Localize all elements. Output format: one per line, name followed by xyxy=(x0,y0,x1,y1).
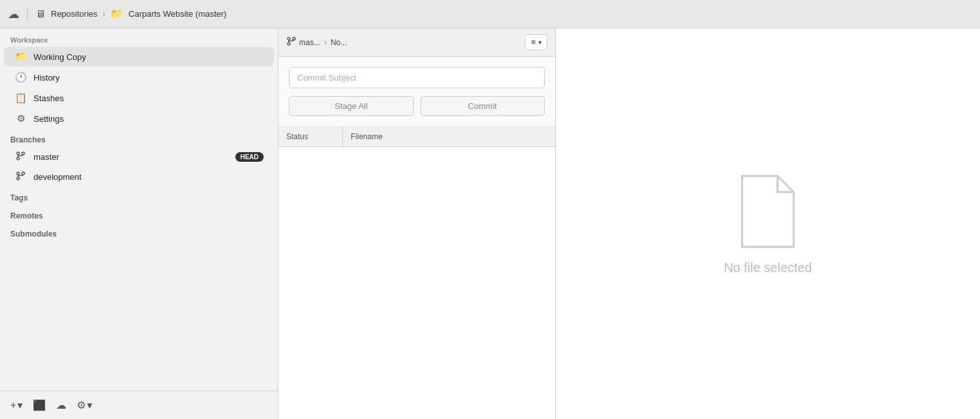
sidebar-working-copy-label: Working Copy xyxy=(34,52,86,62)
svg-point-3 xyxy=(17,172,19,175)
middle-panel: mas... › No... ≡ ▾ Stage All Commit St xyxy=(279,28,556,419)
commit-actions: Stage All Commit xyxy=(289,96,545,116)
project-folder-icon: 📁 xyxy=(110,8,123,20)
sidebar-history-label: History xyxy=(34,73,59,83)
svg-point-8 xyxy=(293,37,295,40)
titlebar-divider xyxy=(27,8,28,21)
branch-toolbar-icon xyxy=(286,36,297,48)
sidebar-item-history[interactable]: 🕐 History xyxy=(4,68,274,87)
gear-footer-icon: ⚙ xyxy=(77,399,86,411)
breadcrumb-chevron: › xyxy=(103,10,105,19)
add-dropdown-icon: ▾ xyxy=(17,399,23,411)
svg-point-5 xyxy=(22,172,24,175)
branch-name-label: mas... xyxy=(299,38,320,47)
branch-development-label: development xyxy=(34,172,81,182)
commit-form: Stage All Commit xyxy=(279,57,555,127)
svg-point-4 xyxy=(17,177,19,180)
sidebar-branch-development[interactable]: development xyxy=(4,168,274,186)
folder-icon: 📁 xyxy=(14,51,27,63)
plus-icon: + xyxy=(10,400,16,411)
svg-point-1 xyxy=(17,157,19,160)
hamburger-icon: ≡ xyxy=(531,37,536,47)
sidebar-stashes-label: Stashes xyxy=(34,93,64,103)
sidebar-item-stashes[interactable]: 📋 Stashes xyxy=(4,88,274,108)
gear-dropdown-button[interactable]: ⚙ ▾ xyxy=(74,396,95,414)
toolbar-menu-button[interactable]: ≡ ▾ xyxy=(525,34,547,50)
svg-point-6 xyxy=(288,37,290,40)
project-title: Carparts Website (master) xyxy=(128,9,226,19)
sidebar-footer: + ▾ ⬛ ☁ ⚙ ▾ xyxy=(0,391,278,419)
terminal-button[interactable]: ⬛ xyxy=(30,396,48,414)
svg-point-0 xyxy=(17,152,19,155)
repositories-label[interactable]: Repositories xyxy=(51,9,97,19)
svg-point-7 xyxy=(288,43,290,45)
branches-section-label: Branches xyxy=(0,129,278,147)
terminal-icon: ⬛ xyxy=(33,399,46,411)
main-layout: Workspace 📁 Working Copy 🕐 History 📋 Sta… xyxy=(0,28,980,419)
clipboard-icon: 📋 xyxy=(14,92,27,104)
commit-button[interactable]: Commit xyxy=(420,96,545,116)
add-button[interactable]: + ▾ xyxy=(8,396,25,414)
menu-dropdown-icon: ▾ xyxy=(538,39,542,46)
sidebar: Workspace 📁 Working Copy 🕐 History 📋 Sta… xyxy=(0,28,279,419)
cloud-footer-icon: ☁ xyxy=(56,399,66,411)
branch-icon xyxy=(14,151,27,163)
tags-section-label: Tags xyxy=(0,187,278,205)
commit-subject-input[interactable] xyxy=(289,67,545,88)
gear-dropdown-icon: ▾ xyxy=(87,399,92,411)
hard-drive-icon: 🖥 xyxy=(35,8,46,20)
no-branch-label: No... xyxy=(331,38,347,47)
stage-all-button[interactable]: Stage All xyxy=(289,96,414,116)
middle-toolbar: mas... › No... ≡ ▾ xyxy=(279,28,555,57)
clock-icon: 🕐 xyxy=(14,72,27,83)
toolbar-chevron: › xyxy=(324,38,327,47)
workspace-section-label: Workspace xyxy=(0,28,278,46)
files-table-header: Status Filename xyxy=(279,127,555,147)
no-file-icon xyxy=(736,173,800,250)
files-list xyxy=(279,147,555,419)
svg-point-2 xyxy=(22,152,24,155)
branch-dev-icon xyxy=(14,171,27,183)
sidebar-item-settings[interactable]: ⚙ Settings xyxy=(4,109,274,128)
branch-indicator: mas... xyxy=(286,36,320,48)
status-column-header: Status xyxy=(279,127,343,146)
cloud-icon: ☁ xyxy=(8,7,19,21)
head-badge: HEAD xyxy=(235,152,264,162)
content-area: mas... › No... ≡ ▾ Stage All Commit St xyxy=(279,28,980,419)
sidebar-branch-master[interactable]: master HEAD xyxy=(4,148,274,166)
cloud-sync-button[interactable]: ☁ xyxy=(54,396,69,414)
branch-master-label: master xyxy=(34,152,59,162)
no-file-text: No file selected xyxy=(724,260,812,275)
remotes-section-label: Remotes xyxy=(0,205,278,223)
submodules-section-label: Submodules xyxy=(0,223,278,241)
titlebar: ☁ 🖥 Repositories › 📁 Carparts Website (m… xyxy=(0,0,980,28)
gear-icon: ⚙ xyxy=(14,113,27,124)
right-panel: No file selected xyxy=(556,28,980,419)
sidebar-settings-label: Settings xyxy=(34,114,64,124)
filename-column-header: Filename xyxy=(343,127,555,146)
sidebar-item-working-copy[interactable]: 📁 Working Copy xyxy=(4,47,274,66)
